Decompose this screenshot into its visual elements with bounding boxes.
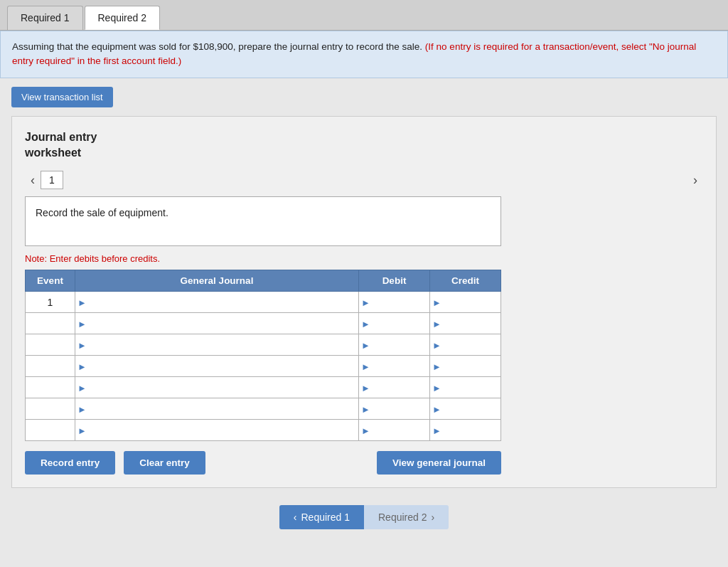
- table-row: ►►►: [26, 377, 501, 398]
- debit-cell[interactable]: ►: [359, 356, 430, 377]
- debit-arrow-icon: ►: [361, 297, 370, 307]
- journal-cell[interactable]: ►: [75, 398, 359, 420]
- debit-cell[interactable]: ►: [359, 313, 430, 334]
- event-cell: [26, 398, 75, 420]
- debit-cell[interactable]: ►: [359, 420, 430, 441]
- header-general-journal: General Journal: [75, 270, 359, 292]
- debit-arrow-icon: ►: [361, 403, 370, 414]
- tab-required1[interactable]: Required 1: [7, 6, 83, 30]
- bottom-required2-button[interactable]: Required 2 ›: [364, 505, 449, 529]
- credit-cell[interactable]: ►: [430, 356, 501, 377]
- view-transaction-button[interactable]: View transaction list: [11, 87, 113, 107]
- credit-cell[interactable]: ►: [430, 420, 501, 441]
- tab-required2[interactable]: Required 2: [85, 6, 161, 30]
- worksheet-title: Journal entry worksheet: [25, 129, 703, 161]
- journal-cell[interactable]: ►: [75, 292, 359, 313]
- bottom-required1-label: Required 1: [301, 512, 350, 523]
- table-row: ►►►: [26, 313, 501, 334]
- view-general-journal-button[interactable]: View general journal: [377, 451, 501, 475]
- bottom-required2-label: Required 2: [378, 512, 427, 523]
- event-cell: [26, 377, 75, 398]
- bottom-nav: ‹ Required 1 Required 2 ›: [0, 505, 728, 529]
- credit-cell[interactable]: ►: [430, 334, 501, 356]
- event-cell: [26, 334, 75, 356]
- credit-cell[interactable]: ►: [430, 292, 501, 313]
- journal-cell[interactable]: ►: [75, 377, 359, 398]
- debit-cell[interactable]: ►: [359, 377, 430, 398]
- event-cell: [26, 356, 75, 377]
- row-arrow-icon: ►: [77, 382, 87, 393]
- credit-arrow-icon: ►: [432, 318, 441, 329]
- chevron-left-icon: ‹: [294, 512, 297, 523]
- debit-cell[interactable]: ►: [359, 334, 430, 356]
- tabs-container: Required 1 Required 2: [0, 0, 728, 31]
- credit-arrow-icon: ►: [432, 382, 441, 393]
- credit-cell[interactable]: ►: [430, 398, 501, 420]
- nav-row: ‹ 1 ›: [25, 171, 703, 189]
- row-arrow-icon: ►: [77, 318, 87, 329]
- nav-number: 1: [41, 171, 63, 189]
- journal-table: Event General Journal Debit Credit 1►►►►…: [25, 270, 501, 441]
- nav-right-arrow[interactable]: ›: [687, 171, 703, 189]
- debit-arrow-icon: ►: [361, 361, 370, 371]
- debit-arrow-icon: ►: [361, 425, 370, 435]
- chevron-right-icon: ›: [432, 512, 435, 523]
- credit-arrow-icon: ►: [432, 361, 441, 371]
- table-row: ►►►: [26, 398, 501, 420]
- journal-cell[interactable]: ►: [75, 356, 359, 377]
- row-arrow-icon: ►: [77, 361, 87, 371]
- bottom-required1-button[interactable]: ‹ Required 1: [279, 505, 364, 529]
- event-cell: [26, 313, 75, 334]
- record-entry-button[interactable]: Record entry: [25, 451, 115, 475]
- instruction-main: Assuming that the equipment was sold for…: [12, 41, 422, 52]
- view-transaction-area: View transaction list: [0, 78, 728, 116]
- row-arrow-icon: ►: [77, 403, 87, 414]
- credit-arrow-icon: ►: [432, 425, 441, 435]
- row-arrow-icon: ►: [77, 297, 87, 307]
- table-row: 1►►►: [26, 292, 501, 313]
- note-text: Note: Enter debits before credits.: [25, 253, 703, 264]
- instruction-bar: Assuming that the equipment was sold for…: [0, 31, 728, 78]
- row-arrow-icon: ►: [77, 425, 87, 435]
- worksheet-container: Journal entry worksheet ‹ 1 › Record the…: [11, 116, 717, 489]
- debit-arrow-icon: ►: [361, 382, 370, 393]
- header-debit: Debit: [359, 270, 430, 292]
- credit-cell[interactable]: ►: [430, 313, 501, 334]
- table-row: ►►►: [26, 420, 501, 441]
- action-buttons-row: Record entry Clear entry View general jo…: [25, 451, 501, 475]
- credit-arrow-icon: ►: [432, 297, 441, 307]
- credit-arrow-icon: ►: [432, 339, 441, 350]
- table-row: ►►►: [26, 356, 501, 377]
- description-box: Record the sale of equipment.: [25, 196, 501, 246]
- debit-cell[interactable]: ►: [359, 292, 430, 313]
- debit-arrow-icon: ►: [361, 318, 370, 329]
- credit-cell[interactable]: ►: [430, 377, 501, 398]
- nav-left-arrow[interactable]: ‹: [25, 171, 41, 189]
- debit-cell[interactable]: ►: [359, 398, 430, 420]
- credit-arrow-icon: ►: [432, 403, 441, 414]
- clear-entry-button[interactable]: Clear entry: [124, 451, 205, 475]
- row-arrow-icon: ►: [77, 339, 87, 350]
- journal-cell[interactable]: ►: [75, 420, 359, 441]
- event-cell: 1: [26, 292, 75, 313]
- header-credit: Credit: [430, 270, 501, 292]
- header-event: Event: [26, 270, 75, 292]
- journal-cell[interactable]: ►: [75, 313, 359, 334]
- debit-arrow-icon: ►: [361, 339, 370, 350]
- event-cell: [26, 420, 75, 441]
- journal-cell[interactable]: ►: [75, 334, 359, 356]
- table-row: ►►►: [26, 334, 501, 356]
